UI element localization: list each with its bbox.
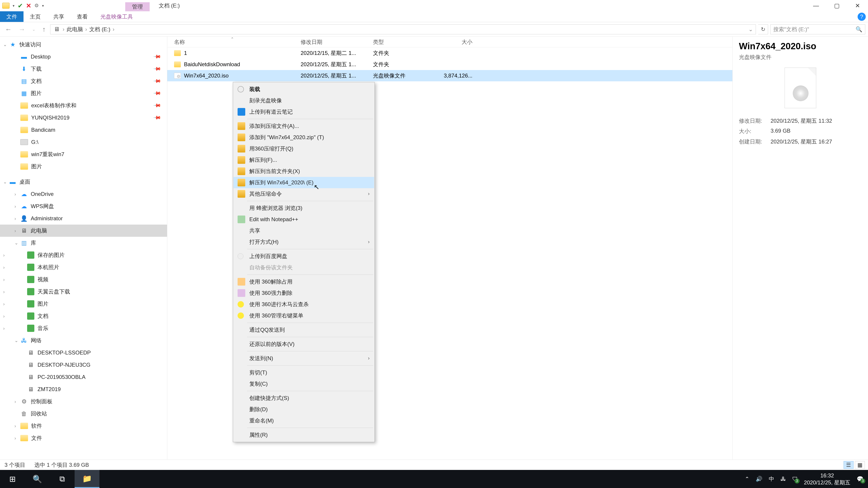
menu-item[interactable]: 创建快捷方式(S) <box>234 392 374 404</box>
recent-dropdown-icon[interactable]: ⌄ <box>30 27 38 32</box>
breadcrumb-sep-icon[interactable]: › <box>85 26 87 33</box>
tree-libraries[interactable]: ⌄▥库 <box>0 237 167 249</box>
tree-lib-item[interactable]: ›音乐 <box>0 322 167 334</box>
expand-icon[interactable]: › <box>3 301 5 306</box>
menu-item[interactable]: 添加到 "Win7x64_2020.zip" (T) <box>234 132 374 143</box>
tree-lib-item[interactable]: ›图片 <box>0 298 167 310</box>
tree-this-pc[interactable]: ›🖥此电脑 <box>0 225 167 237</box>
expand-icon[interactable]: › <box>3 326 5 331</box>
menu-item[interactable]: 上传到有道云笔记 <box>234 106 374 118</box>
security-icon[interactable]: 🛡 <box>792 476 798 482</box>
tree-control-panel[interactable]: ›⚙控制面板 <box>0 395 167 408</box>
menu-item[interactable]: 删除(D) <box>234 404 374 415</box>
expand-icon[interactable]: › <box>3 277 5 282</box>
expand-icon[interactable]: › <box>3 314 5 319</box>
tree-user[interactable]: ›👤Administrator <box>0 213 167 225</box>
tree-net-pc[interactable]: 🖥ZMT2019 <box>0 383 167 395</box>
collapse-icon[interactable]: ⌄ <box>3 179 7 185</box>
qat-more-icon[interactable]: ▾ <box>42 4 44 8</box>
file-row[interactable]: 12020/12/15, 星期二 1...文件夹 <box>167 47 733 59</box>
menu-item[interactable]: 添加到压缩文件(A)... <box>234 121 374 132</box>
icons-view-button[interactable]: ▦ <box>855 461 865 469</box>
menu-item[interactable]: 剪切(T) <box>234 367 374 378</box>
task-view-button[interactable]: ⧉ <box>50 470 74 488</box>
menu-item[interactable]: 属性(R) <box>234 429 374 441</box>
tree-lib-item[interactable]: ›天翼云盘下载 <box>0 286 167 298</box>
tree-documents[interactable]: ▤文档📌 <box>0 75 167 87</box>
search-button[interactable]: 🔍 <box>25 470 50 488</box>
network-icon[interactable]: 🖧 <box>780 476 786 482</box>
tree-folder[interactable]: 图片 <box>0 160 167 173</box>
tree-desktop-root[interactable]: ⌄▬桌面 <box>0 176 167 188</box>
breadcrumb-current[interactable]: 文档 (E:) <box>89 26 110 33</box>
search-input[interactable]: 搜索"文档 (E:)" 🔍 <box>770 24 865 34</box>
tree-net-pc[interactable]: 🖥DESKTOP-NJEU3CG <box>0 359 167 371</box>
tab-home[interactable]: 主页 <box>24 11 47 22</box>
menu-item[interactable]: 共享 <box>234 225 374 236</box>
start-button[interactable]: ⊞ <box>0 470 25 488</box>
tab-view[interactable]: 查看 <box>70 11 94 22</box>
file-row[interactable]: BaiduNetdiskDownload2020/12/25, 星期五 1...… <box>167 59 733 70</box>
menu-item[interactable]: 上传到百度网盘 <box>234 251 374 262</box>
menu-item[interactable]: 装载 <box>234 84 374 95</box>
expand-icon[interactable]: › <box>3 265 5 270</box>
col-name[interactable]: 名称⌃ <box>167 38 301 46</box>
tree-folder[interactable]: win7重装win7 <box>0 148 167 160</box>
menu-item[interactable]: 使用 360进行木马云查杀 <box>234 299 374 310</box>
details-view-button[interactable]: ☰ <box>844 461 854 469</box>
tree-drive[interactable]: G:\ <box>0 136 167 148</box>
menu-item[interactable]: 复制(C) <box>234 378 374 390</box>
tree-net-pc[interactable]: 🖥PC-20190530OBLA <box>0 371 167 383</box>
qat-settings-icon[interactable]: ⚙ <box>34 3 39 8</box>
tree-onedrive[interactable]: ›☁OneDrive <box>0 188 167 200</box>
menu-item[interactable]: 发送到(N)› <box>234 353 374 364</box>
menu-item[interactable]: Edit with Notepad++ <box>234 214 374 225</box>
expand-icon[interactable]: › <box>14 399 16 404</box>
tree-folder[interactable]: YUNQISHI2019📌 <box>0 111 167 124</box>
up-button[interactable]: ↑ <box>40 26 48 33</box>
menu-item[interactable]: 重命名(M) <box>234 415 374 426</box>
collapse-icon[interactable]: ⌄ <box>14 240 18 246</box>
breadcrumb-sep-icon[interactable]: › <box>113 26 114 33</box>
tree-desktop[interactable]: ▬Desktop📌 <box>0 51 167 63</box>
tree-wps[interactable]: ›☁WPS网盘 <box>0 200 167 213</box>
tree-network[interactable]: ⌄🖧网络 <box>0 334 167 347</box>
tree-folder[interactable]: excel表格制作求和📌 <box>0 99 167 111</box>
ime-indicator[interactable]: 中 <box>769 475 774 483</box>
menu-item[interactable]: 解压到当前文件夹(X) <box>234 166 374 177</box>
menu-item[interactable]: 其他压缩命令› <box>234 188 374 199</box>
tab-disc-tools[interactable]: 光盘映像工具 <box>94 11 139 22</box>
nav-tree[interactable]: ⌄★快速访问 ▬Desktop📌 ⬇下载📌 ▤文档📌 ▦图片📌 excel表格制… <box>0 37 167 459</box>
col-size[interactable]: 大小 <box>436 38 482 46</box>
taskbar-explorer[interactable]: 📁 <box>74 470 99 488</box>
tree-lib-item[interactable]: ›文档 <box>0 310 167 322</box>
menu-item[interactable]: 使用 360强力删除 <box>234 287 374 299</box>
clock[interactable]: 16:32 2020/12/25, 星期五 <box>804 472 850 486</box>
search-icon[interactable]: 🔍 <box>856 26 862 33</box>
expand-icon[interactable]: › <box>3 289 5 294</box>
tree-pictures[interactable]: ▦图片📌 <box>0 87 167 99</box>
tab-file[interactable]: 文件 <box>0 11 24 22</box>
menu-item[interactable]: 解压到 Win7x64_2020\ (E) <box>234 177 374 188</box>
menu-item[interactable]: 用360压缩打开(Q) <box>234 143 374 154</box>
collapse-icon[interactable]: ⌄ <box>14 338 18 343</box>
breadcrumb-sep-icon[interactable]: › <box>63 26 64 33</box>
collapse-icon[interactable]: ⌄ <box>3 42 7 47</box>
address-dropdown-icon[interactable]: ⌄ <box>748 26 753 33</box>
menu-item[interactable]: 还原以前的版本(V) <box>234 338 374 350</box>
tree-folder[interactable]: Bandicam <box>0 124 167 136</box>
expand-icon[interactable]: › <box>14 228 16 233</box>
help-icon[interactable]: ? <box>858 13 866 21</box>
menu-item[interactable]: 用 蜂蜜浏览器 浏览(3) <box>234 202 374 214</box>
back-button[interactable]: ← <box>3 26 14 33</box>
menu-item[interactable]: 通过QQ发送到 <box>234 324 374 335</box>
forward-button[interactable]: → <box>16 26 28 33</box>
tree-folder[interactable]: ›文件 <box>0 432 167 444</box>
col-type[interactable]: 类型 <box>373 38 436 46</box>
volume-icon[interactable]: 🔊 <box>756 476 763 482</box>
tab-share[interactable]: 共享 <box>47 11 70 22</box>
qat-properties-icon[interactable]: ✔ <box>18 2 23 9</box>
menu-item[interactable]: 解压到(F)... <box>234 154 374 166</box>
tree-lib-item[interactable]: ›视频 <box>0 273 167 286</box>
minimize-button[interactable]: — <box>806 0 827 11</box>
